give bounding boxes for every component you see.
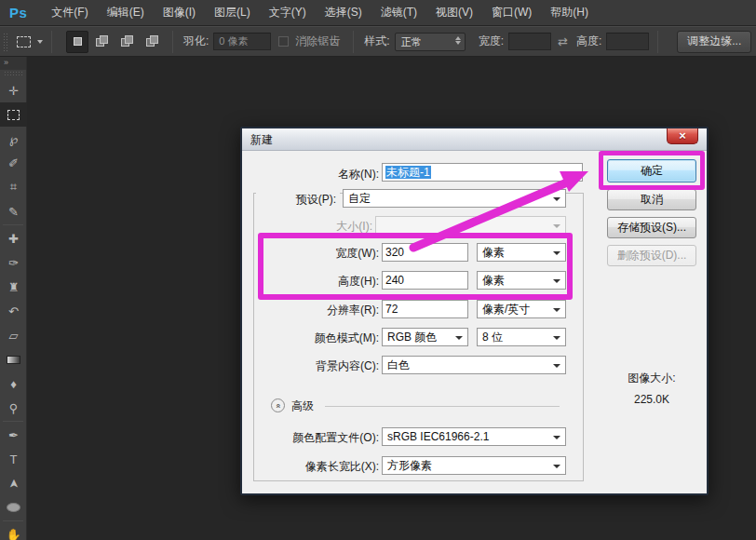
divider — [3, 421, 23, 422]
menu-help[interactable]: 帮助(H) — [541, 0, 598, 25]
rectangular-marquee-icon — [7, 110, 20, 120]
healing-brush-icon: ✚ — [8, 232, 19, 246]
gradient-tool-icon — [7, 356, 20, 364]
menu-file[interactable]: 文件(F) — [42, 0, 97, 25]
background-contents-select[interactable]: 白色 — [382, 356, 566, 374]
save-preset-button[interactable]: 存储预设(S)... — [607, 217, 696, 238]
divider — [3, 224, 23, 225]
subtract-from-selection-icon — [121, 35, 134, 47]
path-selection-tool[interactable]: ➤ — [0, 471, 27, 495]
color-mode-value: RGB 颜色 — [387, 331, 437, 344]
menu-filter[interactable]: 滤镜(T) — [371, 0, 426, 25]
hand-tool[interactable]: ✋ — [0, 522, 27, 540]
cancel-button[interactable]: 取消 — [607, 189, 696, 210]
healing-brush-tool[interactable]: ✚ — [0, 226, 27, 250]
size-select[interactable] — [375, 216, 566, 235]
chevron-up-icon: « — [271, 403, 284, 408]
style-select[interactable]: 正常 — [395, 33, 466, 51]
chevron-down-icon — [553, 197, 560, 201]
chevron-down-icon — [553, 308, 560, 312]
antialias-checkbox[interactable] — [278, 36, 289, 47]
resolution-unit-select[interactable]: 像素/英寸 — [477, 300, 566, 318]
move-tool-icon: ✛ — [8, 84, 19, 98]
add-to-selection-button[interactable] — [91, 31, 114, 53]
history-brush-icon: ↶ — [8, 304, 19, 318]
constrain-height-input[interactable] — [606, 33, 649, 50]
swap-dimensions-icon[interactable]: ⇄ — [558, 34, 568, 48]
eyedropper-tool[interactable]: ✎ — [0, 199, 27, 223]
divider — [657, 31, 658, 53]
dialog-title: 新建 — [242, 133, 273, 146]
bit-depth-value: 8 位 — [482, 331, 503, 344]
panel-grip[interactable] — [4, 71, 22, 77]
bit-depth-select[interactable]: 8 位 — [477, 328, 566, 346]
color-mode-select[interactable]: RGB 颜色 — [382, 328, 468, 346]
menu-select[interactable]: 选择(S) — [316, 0, 371, 25]
color-profile-select[interactable]: sRGB IEC61966-2.1 — [382, 427, 566, 446]
subtract-from-selection-button[interactable] — [116, 31, 139, 53]
name-input[interactable]: 未标题-1 — [382, 163, 583, 182]
constrain-width-input[interactable] — [508, 33, 551, 50]
dialog-title-bar[interactable]: 新建 × — [242, 128, 707, 151]
constrain-height-label: 高度: — [576, 34, 601, 49]
add-to-selection-icon — [96, 35, 109, 47]
divider — [3, 520, 23, 521]
marquee-preset-icon — [17, 36, 31, 47]
intersect-selection-button[interactable] — [142, 31, 164, 53]
tool-preset-picker[interactable] — [17, 36, 43, 47]
type-tool-icon: T — [10, 452, 18, 466]
menu-layer[interactable]: 图层(L) — [205, 0, 260, 25]
pixel-aspect-label: 像素长宽比(X): — [243, 456, 379, 477]
constrain-width-label: 宽度: — [479, 34, 504, 49]
new-selection-button[interactable] — [66, 31, 88, 53]
new-selection-icon — [74, 37, 82, 46]
type-tool[interactable]: T — [0, 447, 27, 471]
intersect-selection-icon — [146, 35, 159, 47]
menu-type[interactable]: 文字(Y) — [260, 0, 316, 25]
resolution-input[interactable]: 72 — [382, 300, 468, 318]
advanced-label: 高级 — [291, 396, 314, 416]
menu-window[interactable]: 窗口(W) — [482, 0, 541, 25]
menu-view[interactable]: 视图(V) — [426, 0, 482, 25]
eraser-tool[interactable]: ▱ — [0, 323, 27, 347]
collapse-panel-icon[interactable]: » — [0, 57, 26, 70]
highlight-box-ok-button — [599, 151, 705, 190]
menu-edit[interactable]: 编辑(E) — [98, 0, 154, 25]
crop-tool-icon: ⌗ — [10, 180, 17, 195]
delete-preset-button[interactable]: 删除预设(D)... — [607, 245, 696, 266]
history-brush-tool[interactable]: ↶ — [0, 299, 27, 323]
feather-input[interactable]: 0 像素 — [213, 33, 271, 50]
preset-select[interactable]: 自定 — [343, 189, 566, 208]
ellipse-tool[interactable] — [0, 495, 27, 520]
pen-tool[interactable]: ✒ — [0, 423, 27, 447]
preset-value: 自定 — [348, 192, 371, 205]
quick-selection-tool[interactable]: ✐ — [0, 151, 27, 175]
image-size-value: 225.0K — [607, 393, 696, 406]
menu-image[interactable]: 图像(I) — [154, 0, 205, 25]
lasso-tool[interactable]: ℘ — [0, 127, 27, 151]
refine-edge-button[interactable]: 调整边缘... — [677, 31, 751, 53]
chevron-down-icon — [455, 336, 463, 340]
photoshop-logo: Ps — [9, 5, 27, 20]
gradient-tool[interactable] — [0, 347, 27, 371]
close-button[interactable]: × — [667, 128, 698, 144]
selection-mode-group — [66, 31, 164, 53]
options-bar-grip[interactable] — [3, 33, 7, 51]
path-selection-icon: ➤ — [7, 479, 20, 489]
advanced-toggle[interactable]: « — [271, 398, 285, 412]
eraser-tool-icon: ▱ — [9, 329, 19, 343]
dodge-tool[interactable]: ⚲ — [0, 396, 27, 420]
spinner-icon — [455, 36, 461, 45]
chevron-down-icon — [553, 364, 560, 368]
resolution-label: 分辨率(R): — [243, 300, 379, 320]
brush-tool[interactable]: ✑ — [0, 250, 27, 275]
blur-tool[interactable]: ♦ — [0, 371, 27, 396]
chevron-down-icon — [37, 40, 43, 44]
move-tool[interactable]: ✛ — [0, 78, 27, 102]
pixel-aspect-select[interactable]: 方形像素 — [382, 456, 566, 475]
photoshop-window: Ps 文件(F) 编辑(E) 图像(I) 图层(L) 文字(Y) 选择(S) 滤… — [0, 0, 756, 540]
brush-tool-icon: ✑ — [8, 256, 19, 270]
crop-tool[interactable]: ⌗ — [0, 175, 27, 199]
rectangular-marquee-tool[interactable] — [0, 102, 27, 127]
clone-stamp-tool[interactable]: ♜ — [0, 275, 27, 299]
